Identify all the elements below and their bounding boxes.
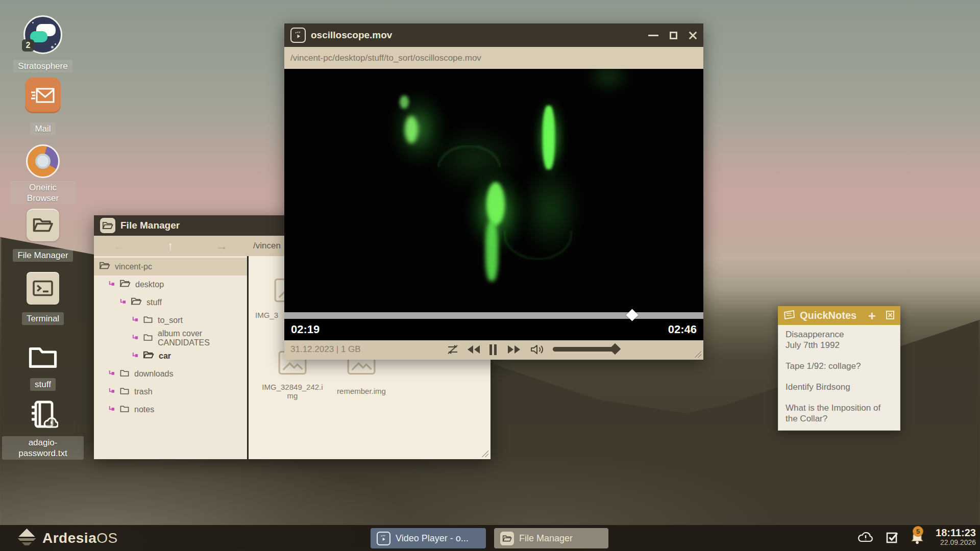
desktop-icon-file-manager[interactable]: File Manager bbox=[2, 209, 84, 262]
video-canvas[interactable] bbox=[284, 69, 703, 312]
notes-icon bbox=[783, 309, 796, 322]
film-clapper-icon bbox=[290, 28, 306, 43]
file-label[interactable]: remember.img bbox=[330, 387, 393, 395]
tree-item-stuff[interactable]: stuff bbox=[94, 293, 247, 311]
tree-item-downloads[interactable]: downloads bbox=[94, 365, 247, 383]
back-arrow-icon[interactable]: ← bbox=[94, 239, 145, 253]
no-loop-icon[interactable] bbox=[446, 343, 459, 358]
film-clapper-icon bbox=[377, 532, 390, 545]
widget-title: QuickNotes bbox=[800, 310, 864, 321]
time-display: 02:19 02:46 bbox=[284, 319, 703, 340]
total-time: 02:46 bbox=[668, 323, 697, 336]
window-resize-grip[interactable] bbox=[693, 349, 701, 358]
close-button[interactable] bbox=[689, 31, 697, 40]
quicknotes-header[interactable]: QuickNotes + bbox=[778, 306, 900, 325]
sparkles bbox=[32, 22, 34, 23]
taskbar: ArdesiaOS Video Player - o... File Manag… bbox=[0, 525, 980, 551]
window-resize-grip[interactable] bbox=[480, 449, 488, 457]
delete-note-icon[interactable] bbox=[885, 309, 895, 322]
pause-icon[interactable] bbox=[488, 343, 498, 359]
os-logo[interactable]: ArdesiaOS bbox=[17, 529, 118, 547]
video-player-titlebar[interactable]: oscilloscope.mov bbox=[284, 23, 703, 47]
quicknotes-widget: QuickNotes + Disaapperance July 7tth 199… bbox=[778, 306, 900, 431]
tree-branch-icon bbox=[132, 352, 138, 361]
tree-branch-icon bbox=[119, 298, 126, 307]
open-folder-icon bbox=[99, 261, 110, 272]
transport-controls: 31.12.2023 | 1 GB bbox=[284, 340, 703, 360]
desktop-icon-terminal[interactable]: Terminal bbox=[2, 272, 84, 325]
forward-arrow-icon[interactable]: → bbox=[196, 239, 247, 253]
tree-item-notes[interactable]: notes bbox=[94, 400, 247, 418]
desktop-icon-mail[interactable]: Mail bbox=[2, 78, 84, 135]
open-folder-icon bbox=[100, 218, 115, 233]
tree-item-trash[interactable]: trash bbox=[94, 383, 247, 400]
note-item: Tape 1/92: collage? bbox=[786, 361, 894, 371]
tree-branch-icon bbox=[108, 369, 115, 379]
add-note-icon[interactable]: + bbox=[868, 311, 876, 321]
rewind-icon[interactable] bbox=[466, 343, 481, 358]
folder-icon bbox=[119, 405, 130, 415]
folder-icon bbox=[143, 333, 153, 343]
open-folder-icon bbox=[119, 279, 131, 290]
up-arrow-icon[interactable]: ↑ bbox=[145, 239, 196, 253]
desktop-icon-stratosphere[interactable]: 2 Stratosphere bbox=[2, 15, 84, 72]
system-tray: 5 bbox=[856, 525, 925, 551]
task-label: File Manager bbox=[519, 533, 573, 544]
tree-branch-icon bbox=[132, 316, 138, 325]
tree-item-desktop[interactable]: desktop bbox=[94, 276, 247, 293]
seek-bar[interactable] bbox=[284, 312, 703, 319]
note-item: Disaapperance July 7tth 1992 bbox=[786, 329, 894, 350]
open-folder-icon bbox=[131, 297, 142, 308]
volume-slider[interactable] bbox=[553, 347, 619, 352]
tree-branch-icon bbox=[132, 334, 138, 343]
browser-globe-icon bbox=[26, 144, 60, 178]
desktop-icon-label: Oneiric Browser bbox=[10, 181, 76, 205]
fast-forward-icon[interactable] bbox=[506, 343, 522, 358]
folder-icon bbox=[119, 369, 130, 379]
tree-item-to-sort[interactable]: to_sort bbox=[94, 311, 247, 329]
volume-handle[interactable] bbox=[609, 343, 621, 355]
file-label[interactable]: IMG_32849_242.img bbox=[261, 383, 324, 400]
taskbar-task-file-manager[interactable]: File Manager bbox=[494, 528, 608, 548]
desktop-icon-oneiric-browser[interactable]: Oneiric Browser bbox=[2, 144, 84, 205]
ardesia-logo-icon bbox=[17, 529, 36, 547]
os-name: ArdesiaOS bbox=[42, 530, 118, 546]
desktop-icon-label: stuff bbox=[30, 378, 56, 391]
clock-time: 18:11:23 bbox=[936, 527, 976, 538]
maximize-button[interactable] bbox=[670, 32, 677, 39]
taskbar-task-video-player[interactable]: Video Player - o... bbox=[371, 528, 486, 548]
tree-branch-icon bbox=[108, 280, 115, 289]
tree-branch-icon bbox=[108, 405, 115, 414]
note-item: Identify Birdsong bbox=[786, 382, 894, 392]
task-label: Video Player - o... bbox=[396, 533, 469, 544]
open-folder-icon bbox=[27, 209, 59, 241]
window-title: oscilloscope.mov bbox=[311, 30, 392, 41]
notes-list: Disaapperance July 7tth 1992 Tape 1/92: … bbox=[778, 325, 900, 431]
tree-branch-icon bbox=[108, 387, 115, 396]
clock-date: 22.09.2026 bbox=[936, 538, 976, 546]
desktop-icon-stuff[interactable]: stuff bbox=[2, 340, 84, 391]
window-title: File Manager bbox=[120, 220, 180, 231]
open-folder-icon bbox=[143, 350, 154, 361]
open-folder-icon bbox=[500, 532, 514, 545]
folder-tree-pane: vincent-pc desktop stuff to_sort bbox=[94, 256, 249, 459]
unread-badge: 2 bbox=[22, 39, 34, 52]
clock[interactable]: 18:11:23 22.09.2026 bbox=[936, 527, 976, 546]
cloud-sync-icon[interactable] bbox=[856, 531, 875, 546]
video-file-path: /vincent-pc/desktop/stuff/to_sort/oscill… bbox=[284, 47, 703, 69]
checkbox-icon[interactable] bbox=[886, 531, 899, 546]
tree-item-car[interactable]: car bbox=[94, 347, 247, 365]
notifications-bell-icon[interactable]: 5 bbox=[910, 530, 925, 547]
speaker-icon[interactable] bbox=[530, 343, 545, 359]
tree-item-vincent-pc[interactable]: vincent-pc bbox=[94, 258, 247, 276]
chat-bubbles-icon: 2 bbox=[23, 15, 62, 54]
desktop-icon-label: Terminal bbox=[22, 312, 64, 325]
note-item: What is the Imposition of the Collar? bbox=[786, 403, 894, 424]
address-path: /vincen bbox=[253, 241, 281, 251]
desktop-icon-adagio-password[interactable]: adagio-password.txt bbox=[2, 398, 84, 460]
minimize-button[interactable] bbox=[648, 35, 658, 36]
notification-badge: 5 bbox=[913, 526, 923, 537]
elapsed-time: 02:19 bbox=[291, 323, 320, 336]
tree-item-album-cover-candidates[interactable]: album cover CANDIDATES bbox=[94, 329, 247, 347]
desktop-icon-label: Mail bbox=[30, 122, 55, 135]
